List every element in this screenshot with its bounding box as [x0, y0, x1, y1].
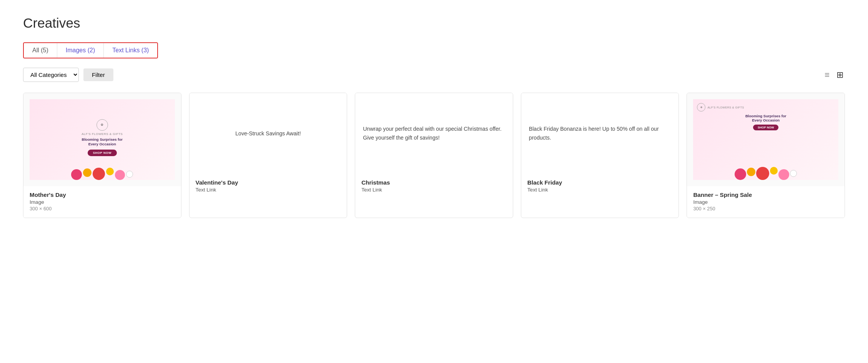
card-name: Banner – Spring Sale: [693, 191, 838, 198]
creative-card-mothers-day[interactable]: ✿ ALF'S FLOWERS & GIFTS Blooming Surpris…: [23, 93, 181, 218]
card-type: Text Link: [527, 187, 673, 193]
list-view-icon[interactable]: ≡: [823, 68, 831, 82]
filter-tabs: All (5) Images (2) Text Links (3): [23, 42, 158, 58]
card-type: Text Link: [196, 187, 341, 193]
card-preview-mothers-day: ✿ ALF'S FLOWERS & GIFTS Blooming Surpris…: [23, 93, 181, 186]
page-title: Creatives: [23, 15, 845, 31]
card-preview-black-friday: Black Friday Bonanza is here! Up to 50% …: [521, 93, 679, 174]
tab-images[interactable]: Images (2): [57, 43, 104, 58]
card-size: 300 × 250: [693, 206, 838, 211]
text-preview-content: Love-Struck Savings Await!: [235, 129, 301, 138]
brand-name: ALF'S FLOWERS & GIFTS: [81, 132, 123, 136]
card-type: Text Link: [361, 187, 507, 193]
filter-button[interactable]: Filter: [83, 68, 113, 81]
creative-card-black-friday[interactable]: Black Friday Bonanza is here! Up to 50% …: [521, 93, 679, 218]
card-name: Valentine's Day: [196, 179, 341, 186]
card-size: 300 × 600: [30, 206, 175, 211]
card-info-mothers-day: Mother's Day Image 300 × 600: [23, 186, 181, 218]
card-info-black-friday: Black Friday Text Link: [521, 174, 679, 200]
card-type: Image: [30, 199, 175, 205]
card-banner-preview: ✿ ALF'S FLOWERS & GIFTS Blooming Surpris…: [693, 99, 838, 180]
headline-sm: Blooming Surprises forEvery Occasion: [745, 114, 787, 122]
card-name: Christmas: [361, 179, 507, 186]
card-info-christmas: Christmas Text Link: [355, 174, 513, 200]
toolbar-right: ≡ ⊞: [823, 68, 845, 82]
flowers: [30, 153, 175, 180]
card-preview-banner: ✿ ALF'S FLOWERS & GIFTS Blooming Surpris…: [687, 93, 845, 186]
creatives-grid: ✿ ALF'S FLOWERS & GIFTS Blooming Surpris…: [23, 93, 845, 218]
logo-circle: ✿: [96, 119, 108, 131]
toolbar-left: All Categories Banners Text Links Images…: [23, 68, 113, 82]
card-type: Image: [693, 199, 838, 205]
banner-header: ✿ ALF'S FLOWERS & GIFTS: [697, 103, 835, 112]
tab-text-links[interactable]: Text Links (3): [104, 43, 157, 58]
text-preview-content: Black Friday Bonanza is here! Up to 50% …: [529, 125, 671, 142]
card-image-mothers-day: ✿ ALF'S FLOWERS & GIFTS Blooming Surpris…: [30, 99, 175, 180]
tab-all[interactable]: All (5): [24, 43, 57, 58]
shop-btn-sm: SHOP NOW: [753, 125, 778, 130]
card-info-valentines: Valentine's Day Text Link: [190, 174, 347, 200]
flowers-sm: [693, 151, 838, 180]
card-name: Black Friday: [527, 179, 673, 186]
card-name: Mother's Day: [30, 191, 175, 198]
creative-card-banner-spring-sale[interactable]: ✿ ALF'S FLOWERS & GIFTS Blooming Surpris…: [687, 93, 845, 218]
category-select[interactable]: All Categories Banners Text Links Images: [23, 68, 79, 82]
creative-card-christmas[interactable]: Unwrap your perfect deal with our specia…: [355, 93, 513, 218]
card-preview-christmas: Unwrap your perfect deal with our specia…: [355, 93, 513, 174]
logo-circle-sm: ✿: [697, 103, 705, 112]
brand-sm: ALF'S FLOWERS & GIFTS: [707, 106, 744, 109]
text-preview-content: Unwrap your perfect deal with our specia…: [363, 125, 505, 142]
grid-view-icon[interactable]: ⊞: [835, 68, 845, 82]
card-preview-valentines: Love-Struck Savings Await!: [190, 93, 347, 174]
card-info-banner: Banner – Spring Sale Image 300 × 250: [687, 186, 845, 218]
toolbar: All Categories Banners Text Links Images…: [23, 68, 845, 82]
headline: Blooming Surprises forEvery Occasion: [81, 137, 123, 147]
creative-card-valentines-day[interactable]: Love-Struck Savings Await! Valentine's D…: [189, 93, 348, 218]
